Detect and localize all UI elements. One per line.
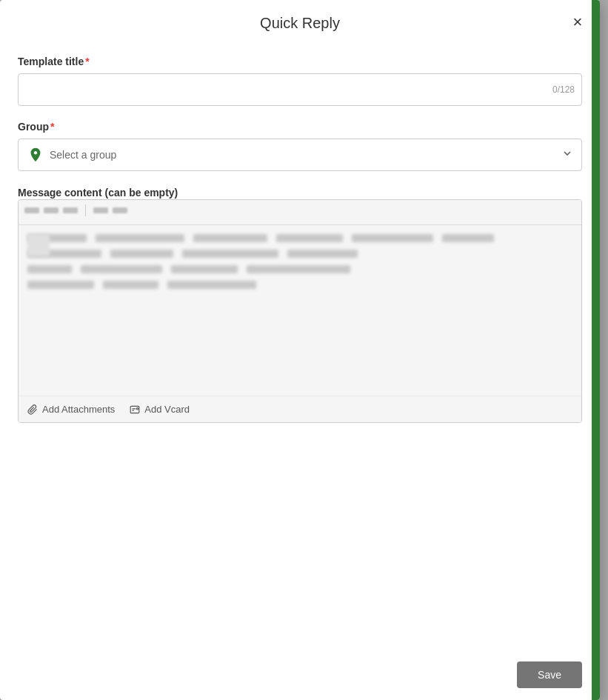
group-label: Group* bbox=[18, 121, 582, 133]
required-star-title: * bbox=[85, 56, 89, 67]
vcard-icon bbox=[130, 404, 140, 415]
add-vcard-label: Add Vcard bbox=[144, 404, 190, 415]
group-select[interactable]: Select a group bbox=[18, 139, 582, 171]
sidebar-indicator bbox=[592, 0, 600, 700]
modal-title: Quick Reply bbox=[260, 15, 340, 32]
svg-point-3 bbox=[137, 407, 138, 409]
modal-body: Template title* 0/128 Group* bbox=[0, 44, 600, 450]
template-title-wrapper: 0/128 bbox=[18, 73, 582, 106]
add-attachments-button[interactable]: Add Attachments bbox=[27, 404, 115, 415]
message-content-label: Message content (can be empty) bbox=[18, 187, 178, 199]
quick-reply-modal: Quick Reply × Template title* 0/128 Grou… bbox=[0, 0, 600, 700]
message-content-group: Message content (can be empty) bbox=[18, 186, 582, 423]
add-attachments-label: Add Attachments bbox=[42, 404, 115, 415]
group-field-group: Group* Select a group bbox=[18, 121, 582, 171]
save-button[interactable]: Save bbox=[517, 661, 582, 688]
modal-overlay: Quick Reply × Template title* 0/128 Grou… bbox=[0, 0, 608, 700]
editor-footer: Add Attachments Add Vcard bbox=[19, 396, 581, 422]
message-editor: Add Attachments Add Vcard bbox=[18, 199, 582, 423]
modal-header: Quick Reply × bbox=[0, 0, 600, 44]
group-icon bbox=[27, 147, 44, 163]
group-placeholder: Select a group bbox=[50, 149, 116, 161]
blurred-text-content bbox=[27, 234, 572, 382]
char-count: 0/128 bbox=[552, 84, 575, 95]
required-star-group: * bbox=[50, 121, 54, 133]
editor-content-area[interactable] bbox=[19, 225, 581, 396]
editor-toolbar bbox=[19, 200, 581, 225]
template-title-group: Template title* 0/128 bbox=[18, 56, 582, 106]
modal-footer: Save bbox=[499, 650, 600, 700]
paperclip-icon bbox=[27, 404, 38, 415]
template-title-input[interactable] bbox=[18, 73, 582, 106]
group-select-wrapper: Select a group bbox=[18, 139, 582, 171]
add-vcard-button[interactable]: Add Vcard bbox=[130, 404, 190, 415]
template-title-label: Template title* bbox=[18, 56, 582, 67]
close-button[interactable]: × bbox=[567, 12, 588, 33]
